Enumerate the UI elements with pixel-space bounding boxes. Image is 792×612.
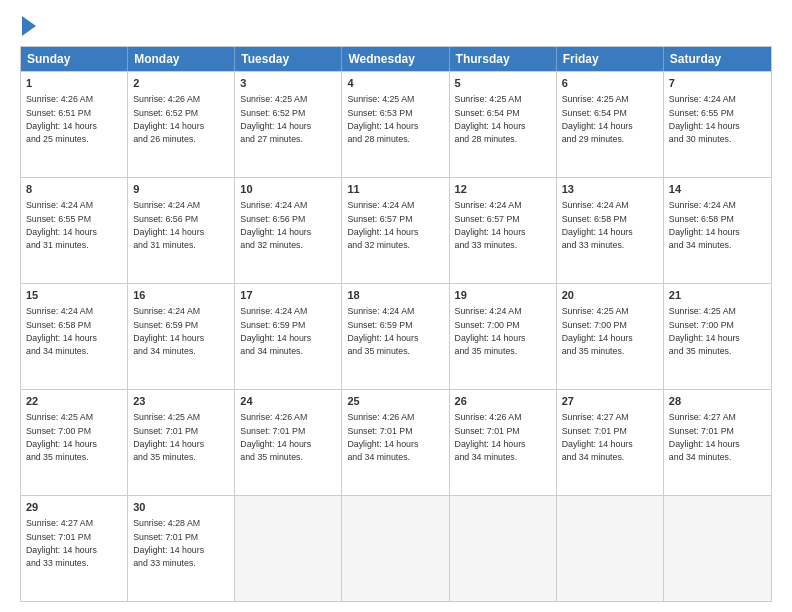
header-wednesday: Wednesday (342, 47, 449, 71)
day-info: Sunrise: 4:25 AM Sunset: 7:01 PM Dayligh… (133, 412, 204, 462)
cal-cell-r1c5: 5Sunrise: 4:25 AM Sunset: 6:54 PM Daylig… (450, 72, 557, 177)
day-info: Sunrise: 4:24 AM Sunset: 6:59 PM Dayligh… (240, 306, 311, 356)
day-info: Sunrise: 4:25 AM Sunset: 7:00 PM Dayligh… (562, 306, 633, 356)
cal-cell-r4c7: 28Sunrise: 4:27 AM Sunset: 7:01 PM Dayli… (664, 390, 771, 495)
calendar: Sunday Monday Tuesday Wednesday Thursday… (20, 46, 772, 602)
day-number: 21 (669, 288, 766, 303)
day-number: 12 (455, 182, 551, 197)
day-number: 17 (240, 288, 336, 303)
calendar-header: Sunday Monday Tuesday Wednesday Thursday… (21, 47, 771, 71)
cal-cell-r5c6 (557, 496, 664, 601)
day-number: 14 (669, 182, 766, 197)
cal-cell-r3c6: 20Sunrise: 4:25 AM Sunset: 7:00 PM Dayli… (557, 284, 664, 389)
day-number: 13 (562, 182, 658, 197)
day-number: 6 (562, 76, 658, 91)
calendar-body: 1Sunrise: 4:26 AM Sunset: 6:51 PM Daylig… (21, 71, 771, 601)
day-info: Sunrise: 4:24 AM Sunset: 6:59 PM Dayligh… (347, 306, 418, 356)
day-info: Sunrise: 4:24 AM Sunset: 7:00 PM Dayligh… (455, 306, 526, 356)
day-info: Sunrise: 4:27 AM Sunset: 7:01 PM Dayligh… (562, 412, 633, 462)
header-saturday: Saturday (664, 47, 771, 71)
cal-cell-r4c6: 27Sunrise: 4:27 AM Sunset: 7:01 PM Dayli… (557, 390, 664, 495)
day-info: Sunrise: 4:25 AM Sunset: 6:52 PM Dayligh… (240, 94, 311, 144)
calendar-row-1: 1Sunrise: 4:26 AM Sunset: 6:51 PM Daylig… (21, 71, 771, 177)
cal-cell-r4c5: 26Sunrise: 4:26 AM Sunset: 7:01 PM Dayli… (450, 390, 557, 495)
cal-cell-r4c3: 24Sunrise: 4:26 AM Sunset: 7:01 PM Dayli… (235, 390, 342, 495)
header-tuesday: Tuesday (235, 47, 342, 71)
day-info: Sunrise: 4:24 AM Sunset: 6:56 PM Dayligh… (240, 200, 311, 250)
cal-cell-r5c7 (664, 496, 771, 601)
day-number: 16 (133, 288, 229, 303)
cal-cell-r5c3 (235, 496, 342, 601)
day-number: 19 (455, 288, 551, 303)
cal-cell-r2c4: 11Sunrise: 4:24 AM Sunset: 6:57 PM Dayli… (342, 178, 449, 283)
cal-cell-r4c4: 25Sunrise: 4:26 AM Sunset: 7:01 PM Dayli… (342, 390, 449, 495)
day-number: 1 (26, 76, 122, 91)
day-info: Sunrise: 4:25 AM Sunset: 6:54 PM Dayligh… (562, 94, 633, 144)
calendar-row-4: 22Sunrise: 4:25 AM Sunset: 7:00 PM Dayli… (21, 389, 771, 495)
day-number: 18 (347, 288, 443, 303)
day-info: Sunrise: 4:27 AM Sunset: 7:01 PM Dayligh… (26, 518, 97, 568)
day-info: Sunrise: 4:25 AM Sunset: 7:00 PM Dayligh… (669, 306, 740, 356)
cal-cell-r1c2: 2Sunrise: 4:26 AM Sunset: 6:52 PM Daylig… (128, 72, 235, 177)
day-info: Sunrise: 4:25 AM Sunset: 7:00 PM Dayligh… (26, 412, 97, 462)
cal-cell-r2c6: 13Sunrise: 4:24 AM Sunset: 6:58 PM Dayli… (557, 178, 664, 283)
calendar-row-2: 8Sunrise: 4:24 AM Sunset: 6:55 PM Daylig… (21, 177, 771, 283)
cal-cell-r5c1: 29Sunrise: 4:27 AM Sunset: 7:01 PM Dayli… (21, 496, 128, 601)
calendar-row-3: 15Sunrise: 4:24 AM Sunset: 6:58 PM Dayli… (21, 283, 771, 389)
cal-cell-r3c3: 17Sunrise: 4:24 AM Sunset: 6:59 PM Dayli… (235, 284, 342, 389)
day-number: 23 (133, 394, 229, 409)
day-number: 20 (562, 288, 658, 303)
day-info: Sunrise: 4:27 AM Sunset: 7:01 PM Dayligh… (669, 412, 740, 462)
day-number: 7 (669, 76, 766, 91)
header-friday: Friday (557, 47, 664, 71)
day-info: Sunrise: 4:24 AM Sunset: 6:58 PM Dayligh… (26, 306, 97, 356)
header-monday: Monday (128, 47, 235, 71)
day-number: 9 (133, 182, 229, 197)
cal-cell-r5c5 (450, 496, 557, 601)
cal-cell-r1c3: 3Sunrise: 4:25 AM Sunset: 6:52 PM Daylig… (235, 72, 342, 177)
calendar-row-5: 29Sunrise: 4:27 AM Sunset: 7:01 PM Dayli… (21, 495, 771, 601)
header-sunday: Sunday (21, 47, 128, 71)
day-number: 29 (26, 500, 122, 515)
day-number: 5 (455, 76, 551, 91)
day-info: Sunrise: 4:26 AM Sunset: 7:01 PM Dayligh… (455, 412, 526, 462)
cal-cell-r3c2: 16Sunrise: 4:24 AM Sunset: 6:59 PM Dayli… (128, 284, 235, 389)
day-info: Sunrise: 4:26 AM Sunset: 6:52 PM Dayligh… (133, 94, 204, 144)
cal-cell-r3c4: 18Sunrise: 4:24 AM Sunset: 6:59 PM Dayli… (342, 284, 449, 389)
day-number: 4 (347, 76, 443, 91)
day-number: 10 (240, 182, 336, 197)
page: Sunday Monday Tuesday Wednesday Thursday… (0, 0, 792, 612)
cal-cell-r4c1: 22Sunrise: 4:25 AM Sunset: 7:00 PM Dayli… (21, 390, 128, 495)
day-number: 24 (240, 394, 336, 409)
cal-cell-r2c7: 14Sunrise: 4:24 AM Sunset: 6:58 PM Dayli… (664, 178, 771, 283)
day-info: Sunrise: 4:24 AM Sunset: 6:56 PM Dayligh… (133, 200, 204, 250)
cal-cell-r2c2: 9Sunrise: 4:24 AM Sunset: 6:56 PM Daylig… (128, 178, 235, 283)
day-info: Sunrise: 4:25 AM Sunset: 6:53 PM Dayligh… (347, 94, 418, 144)
day-number: 22 (26, 394, 122, 409)
cal-cell-r1c1: 1Sunrise: 4:26 AM Sunset: 6:51 PM Daylig… (21, 72, 128, 177)
day-info: Sunrise: 4:24 AM Sunset: 6:58 PM Dayligh… (562, 200, 633, 250)
day-number: 15 (26, 288, 122, 303)
day-number: 3 (240, 76, 336, 91)
header (20, 18, 772, 36)
day-number: 2 (133, 76, 229, 91)
day-number: 30 (133, 500, 229, 515)
cal-cell-r1c6: 6Sunrise: 4:25 AM Sunset: 6:54 PM Daylig… (557, 72, 664, 177)
cal-cell-r5c2: 30Sunrise: 4:28 AM Sunset: 7:01 PM Dayli… (128, 496, 235, 601)
day-number: 8 (26, 182, 122, 197)
cal-cell-r5c4 (342, 496, 449, 601)
day-info: Sunrise: 4:24 AM Sunset: 6:57 PM Dayligh… (347, 200, 418, 250)
cal-cell-r1c4: 4Sunrise: 4:25 AM Sunset: 6:53 PM Daylig… (342, 72, 449, 177)
day-number: 11 (347, 182, 443, 197)
day-number: 25 (347, 394, 443, 409)
day-info: Sunrise: 4:25 AM Sunset: 6:54 PM Dayligh… (455, 94, 526, 144)
cal-cell-r4c2: 23Sunrise: 4:25 AM Sunset: 7:01 PM Dayli… (128, 390, 235, 495)
day-info: Sunrise: 4:28 AM Sunset: 7:01 PM Dayligh… (133, 518, 204, 568)
day-number: 26 (455, 394, 551, 409)
day-info: Sunrise: 4:24 AM Sunset: 6:59 PM Dayligh… (133, 306, 204, 356)
cal-cell-r2c5: 12Sunrise: 4:24 AM Sunset: 6:57 PM Dayli… (450, 178, 557, 283)
day-info: Sunrise: 4:26 AM Sunset: 7:01 PM Dayligh… (347, 412, 418, 462)
logo-arrow-icon (22, 16, 36, 36)
day-info: Sunrise: 4:26 AM Sunset: 6:51 PM Dayligh… (26, 94, 97, 144)
logo (20, 18, 36, 36)
